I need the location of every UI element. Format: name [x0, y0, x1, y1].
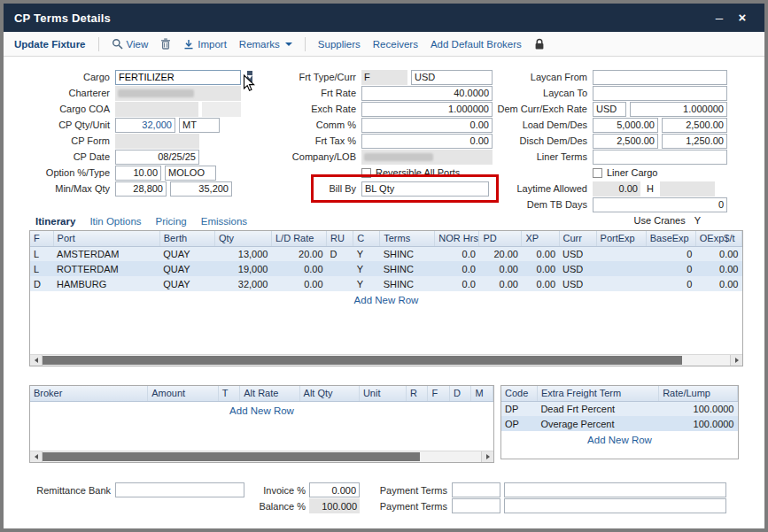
cell[interactable]: 0: [646, 261, 695, 276]
frt-rate-input[interactable]: [361, 86, 493, 101]
laycan-to-input[interactable]: [593, 86, 727, 101]
remarks-button[interactable]: Remarks: [239, 39, 292, 50]
comm-pct-input[interactable]: [361, 118, 493, 133]
cell[interactable]: USD: [559, 276, 596, 291]
cell[interactable]: 0.00: [479, 261, 522, 276]
cell[interactable]: SHINC: [380, 261, 435, 276]
bill-by-input[interactable]: [361, 181, 489, 197]
cell[interactable]: QUAY: [159, 276, 214, 291]
cell[interactable]: 0.00: [695, 246, 741, 261]
cell[interactable]: DP: [501, 401, 537, 416]
option-type-input[interactable]: [165, 166, 216, 181]
minimize-button[interactable]: –: [708, 4, 731, 32]
liner-terms-input[interactable]: [593, 150, 727, 165]
min-qty-input[interactable]: [115, 181, 167, 197]
use-cranes-value[interactable]: Y: [694, 215, 701, 226]
dem-tb-days-input[interactable]: [593, 197, 727, 212]
max-qty-input[interactable]: [170, 181, 232, 197]
broker-hscrollbar[interactable]: [30, 451, 493, 462]
load-des-input[interactable]: [662, 118, 727, 133]
cell[interactable]: D: [327, 246, 353, 261]
cell[interactable]: 0.0: [435, 261, 479, 276]
cell[interactable]: 0.00: [522, 246, 559, 261]
scrollbar-thumb[interactable]: [43, 356, 682, 365]
cargo-combobox[interactable]: [115, 70, 241, 85]
itinerary-hscrollbar[interactable]: [30, 354, 742, 366]
tab-emissions[interactable]: Emissions: [201, 216, 247, 227]
table-row[interactable]: D HAMBURG QUAY 32,000 0.00 Y SHINC 0.0 0…: [30, 276, 742, 291]
frt-tax-input[interactable]: [361, 134, 493, 149]
laycan-from-input[interactable]: [593, 70, 727, 85]
cell[interactable]: 0.00: [522, 276, 559, 291]
cp-date-input[interactable]: [115, 150, 199, 165]
cell[interactable]: HAMBURG: [53, 276, 159, 291]
payment-terms-code-input-1[interactable]: [452, 482, 500, 497]
cell[interactable]: Y: [353, 276, 380, 291]
add-new-row-link[interactable]: Add New Row: [30, 295, 742, 305]
cell[interactable]: 100.0000: [659, 401, 738, 416]
scrollbar-track[interactable]: [43, 355, 730, 366]
cell[interactable]: Dead Frt Percent: [537, 401, 658, 416]
cell[interactable]: 0.00: [695, 261, 741, 276]
cell[interactable]: 0.0: [435, 276, 479, 291]
cell[interactable]: Y: [353, 261, 380, 276]
tab-itin-options[interactable]: Itin Options: [89, 216, 141, 227]
table-row[interactable]: L AMSTERDAM QUAY 13,000 20.00 D Y SHINC …: [30, 246, 742, 261]
cell[interactable]: [327, 261, 353, 276]
tab-itinerary[interactable]: Itinerary: [35, 216, 75, 227]
add-new-row-link[interactable]: Add New Row: [30, 405, 493, 416]
scroll-right-button[interactable]: [481, 451, 493, 462]
cell[interactable]: 20.00: [271, 246, 326, 261]
cell[interactable]: 0: [646, 276, 695, 291]
cargo-dropdown-button[interactable]: [247, 71, 252, 84]
cell[interactable]: SHINC: [380, 276, 435, 291]
cargo-input[interactable]: [116, 71, 247, 84]
cell[interactable]: QUAY: [159, 246, 214, 261]
cell[interactable]: D: [30, 276, 53, 291]
import-button[interactable]: Import: [183, 39, 227, 50]
cell[interactable]: USD: [559, 246, 596, 261]
option-pct-input[interactable]: [115, 166, 161, 181]
cell[interactable]: Y: [353, 246, 380, 261]
scroll-right-button[interactable]: [730, 355, 742, 366]
cell[interactable]: [596, 276, 646, 291]
close-button[interactable]: ×: [731, 4, 754, 32]
cell[interactable]: SHINC: [380, 246, 435, 261]
cell[interactable]: 0.00: [522, 261, 559, 276]
view-button[interactable]: View: [112, 38, 149, 50]
table-row[interactable]: OP Overage Percent 100.0000: [501, 416, 738, 431]
cell[interactable]: ROTTERDAM: [53, 261, 159, 276]
scroll-left-button[interactable]: [30, 355, 43, 366]
disch-des-input[interactable]: [662, 134, 727, 149]
cell[interactable]: 0: [646, 246, 695, 261]
dem-exch-rate-input[interactable]: [630, 102, 727, 117]
disch-dem-input[interactable]: [593, 134, 658, 149]
suppliers-button[interactable]: Suppliers: [318, 39, 361, 50]
cell[interactable]: 0.00: [271, 276, 326, 291]
load-dem-input[interactable]: [593, 118, 658, 133]
update-fixture-button[interactable]: Update Fixture: [14, 39, 86, 50]
frt-curr-input[interactable]: [411, 70, 493, 85]
cell[interactable]: USD: [559, 261, 596, 276]
cell[interactable]: [596, 246, 646, 261]
cell[interactable]: 0.00: [695, 276, 741, 291]
cell[interactable]: L: [30, 261, 53, 276]
exch-rate-input[interactable]: [361, 102, 493, 117]
cell[interactable]: QUAY: [159, 261, 214, 276]
scroll-left-button[interactable]: [30, 451, 43, 462]
receivers-button[interactable]: Receivers: [373, 39, 418, 50]
scrollbar-track[interactable]: [43, 451, 481, 462]
cell[interactable]: [327, 276, 353, 291]
cell[interactable]: 0.00: [271, 261, 326, 276]
cell[interactable]: 0.00: [479, 276, 522, 291]
payment-terms-desc-input-2[interactable]: [504, 498, 726, 513]
reversible-all-ports-checkbox[interactable]: [361, 168, 371, 178]
cell[interactable]: [596, 261, 646, 276]
cell[interactable]: OP: [501, 416, 537, 431]
add-new-row-link[interactable]: Add New Row: [501, 435, 738, 445]
cp-qty-input[interactable]: [115, 118, 175, 133]
payment-terms-desc-input-1[interactable]: [504, 482, 726, 497]
cp-unit-input[interactable]: [179, 118, 220, 133]
tab-pricing[interactable]: Pricing: [156, 216, 187, 227]
add-default-brokers-button[interactable]: Add Default Brokers: [431, 39, 522, 50]
